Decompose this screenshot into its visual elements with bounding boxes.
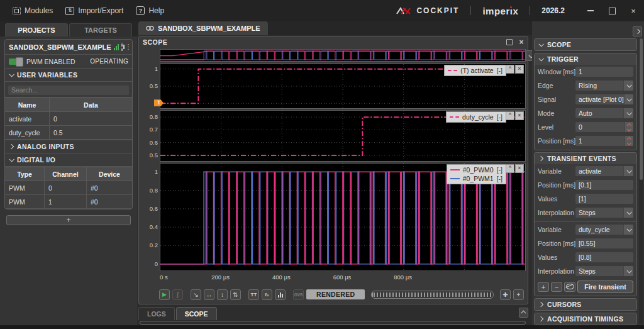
legend-entry[interactable]: #0_PWM0[-] xyxy=(450,165,502,174)
add-plot-button[interactable]: + xyxy=(513,289,524,300)
te-variable-select[interactable]: duty_cycle xyxy=(575,225,633,235)
te-position-input[interactable]: [0.55] xyxy=(575,238,633,248)
close-plot-button[interactable]: × xyxy=(515,111,524,120)
collapse-plot-button[interactable]: ^ xyxy=(506,111,514,120)
edge-select[interactable]: Rising xyxy=(575,81,633,91)
menu-help[interactable]: ? Help xyxy=(136,6,164,15)
field-position-ms: Position [ms] 1 xyxy=(535,134,636,150)
chevron-down-icon xyxy=(9,157,14,162)
overview-strip[interactable] xyxy=(160,49,525,62)
spin-down-icon[interactable] xyxy=(627,140,631,145)
field-te-position-1: Position [ms] [0.1] xyxy=(535,178,636,192)
menu-modules[interactable]: Modules xyxy=(13,6,53,15)
window-ms-input[interactable]: 1 xyxy=(575,67,633,77)
ovs-button[interactable]: OVS xyxy=(293,289,304,300)
close-button[interactable]: × xyxy=(623,0,644,21)
fit-vertical-button[interactable]: ↕ xyxy=(217,289,228,300)
section-trigger[interactable]: TRIGGER xyxy=(535,53,636,65)
legend-entry[interactable]: (T) activate[-] xyxy=(448,66,502,75)
close-scope-icon[interactable]: × xyxy=(519,39,524,45)
section-acquisition-timings[interactable]: ACQUISITION TIMINGS xyxy=(535,313,636,325)
y-tick-label: 0.8 xyxy=(150,113,158,120)
fit-horizontal-button[interactable]: ↔ xyxy=(204,289,214,300)
spin-down-icon[interactable] xyxy=(627,126,631,131)
search-input[interactable] xyxy=(8,86,129,95)
tab-projects[interactable]: PROJECTS xyxy=(5,23,68,36)
split-plots-button[interactable]: ⇅ xyxy=(230,289,241,300)
chevron-down-icon xyxy=(626,226,631,231)
fft-button[interactable]: f₀ xyxy=(262,289,272,300)
rendered-status-badge: RENDERED xyxy=(306,289,365,299)
legend-swatch xyxy=(448,70,457,71)
pwm-enable-toggle[interactable] xyxy=(9,59,23,65)
level-spinner[interactable]: 0 xyxy=(575,122,633,132)
single-shot-button[interactable]: ʃ xyxy=(172,289,183,300)
close-plot-button[interactable]: × xyxy=(515,164,524,173)
collapse-plot-button[interactable]: ^ xyxy=(506,65,514,74)
section-analog-inputs[interactable]: ANALOG INPUTS xyxy=(5,140,132,153)
plot1-legend[interactable]: duty_cycle[-] xyxy=(446,111,506,123)
mode-select[interactable]: Auto xyxy=(575,108,633,118)
maximize-button[interactable] xyxy=(601,0,623,21)
section-cursors[interactable]: CURSORS xyxy=(535,299,636,310)
position-ms-spinner[interactable]: 1 xyxy=(575,136,633,146)
brand-imperix-label: imperıx xyxy=(482,6,518,16)
tab-logs[interactable]: LOGS xyxy=(138,307,175,320)
te-position-input[interactable]: [0.1] xyxy=(575,180,633,190)
table-row[interactable]: PWM 0 #0 xyxy=(5,181,132,195)
plot1: 0.80.70.60.5duty_cycle[-]^× xyxy=(142,110,525,162)
table-row[interactable]: duty_cycle 0.5 xyxy=(5,126,132,140)
brand-cockpit-label: COCKPIT xyxy=(416,6,459,15)
collapse-plot-button[interactable]: ^ xyxy=(506,164,514,173)
expand-panel-button[interactable] xyxy=(633,26,642,36)
autoscale-button[interactable]: ↘ xyxy=(191,289,201,300)
cockpit-window: Modules ⇅ Import/Export ? Help COCKPIT i… xyxy=(0,0,644,329)
kebab-menu-icon[interactable]: ⋮ xyxy=(125,43,132,51)
chevron-right-icon xyxy=(9,144,14,149)
te-values-input[interactable]: [1] xyxy=(575,194,633,204)
section-digital-io[interactable]: DIGITAL I/O xyxy=(5,153,132,167)
add-event-button[interactable]: + xyxy=(538,282,549,292)
section-user-variables[interactable]: USER VARIABLES xyxy=(5,69,132,82)
overview-miniature[interactable] xyxy=(160,50,525,61)
col-device: Device xyxy=(87,167,133,181)
table-row[interactable]: activate 0 xyxy=(5,112,132,126)
te-interpolation-select[interactable]: Steps xyxy=(575,266,633,276)
remove-event-button[interactable]: − xyxy=(551,282,562,292)
collapse-panel-button[interactable] xyxy=(519,308,528,318)
minimize-button[interactable] xyxy=(580,0,601,21)
fire-transient-button[interactable]: Fire transient xyxy=(577,281,633,293)
plot2-legend[interactable]: #0_PWM0[-]#0_PWM1[-] xyxy=(447,164,506,184)
legend-entry[interactable]: duty_cycle[-] xyxy=(450,113,502,121)
doc-tab-sandbox[interactable]: SANDBOX_SBPWM_EXAMPLE xyxy=(138,21,268,35)
tab-scope[interactable]: SCOPE xyxy=(176,307,217,320)
hide-events-button[interactable] xyxy=(564,282,575,292)
float-window-icon[interactable] xyxy=(506,39,513,45)
signal-select[interactable]: activate [Plot 0] xyxy=(575,94,633,104)
section-transient-events[interactable]: TRANSIENT EVENTS xyxy=(535,153,636,164)
te-variable-select[interactable]: activate xyxy=(575,166,633,176)
plot0-legend[interactable]: (T) activate[-] xyxy=(444,65,506,76)
var-value[interactable]: 0.5 xyxy=(50,126,133,140)
menu-import-export[interactable]: ⇅ Import/Export xyxy=(65,6,123,15)
var-value[interactable]: 0 xyxy=(50,112,133,126)
histogram-button[interactable] xyxy=(275,289,286,300)
close-plot-button[interactable]: × xyxy=(515,65,524,74)
version-label: 2026.2 xyxy=(541,6,565,15)
modules-chip-icon xyxy=(13,7,21,15)
run-acquisition-button[interactable]: ▶ xyxy=(159,289,170,300)
section-scope[interactable]: SCOPE xyxy=(535,39,636,50)
te-interpolation-select[interactable]: Steps xyxy=(575,208,633,218)
vertical-scrollbar[interactable] xyxy=(639,38,643,324)
add-project-button[interactable]: + xyxy=(6,215,131,225)
tab-targets[interactable]: TARGETS xyxy=(69,23,132,36)
te-values-input[interactable]: [0.8] xyxy=(575,252,633,262)
acquisition-scrubber[interactable] xyxy=(371,291,494,299)
horizontal-scrollbar[interactable] xyxy=(140,321,526,325)
col-type: Type xyxy=(5,167,45,181)
time-markers-button[interactable]: TT xyxy=(248,289,259,300)
table-row[interactable]: PWM 1 #0 xyxy=(5,195,132,209)
legend-label: #0_PWM0 xyxy=(463,165,494,174)
resize-plots-button[interactable]: ✚ xyxy=(500,289,511,300)
legend-entry[interactable]: #0_PWM1[-] xyxy=(450,174,502,183)
